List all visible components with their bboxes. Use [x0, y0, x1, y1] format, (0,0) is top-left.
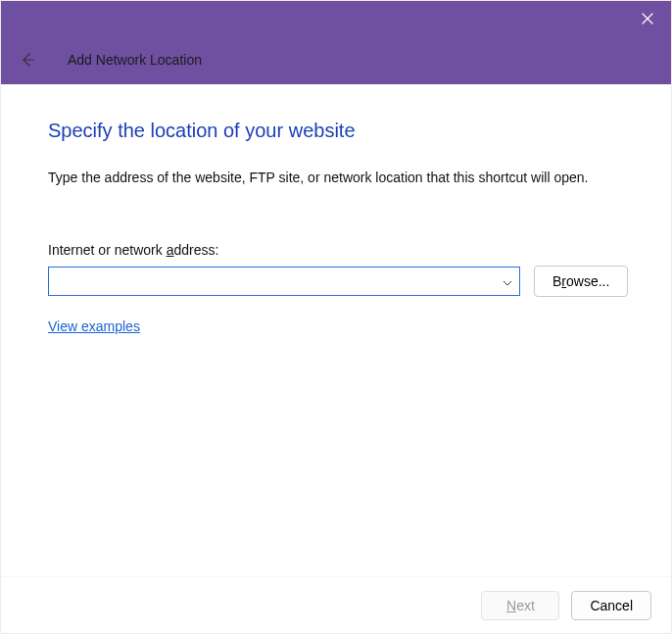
- view-examples-link[interactable]: View examples: [48, 318, 140, 334]
- wizard-footer: Next Cancel: [1, 576, 671, 633]
- instruction-text: Type the address of the website, FTP sit…: [48, 170, 624, 185]
- address-label: Internet or network address:: [48, 242, 624, 258]
- wizard-title: Add Network Location: [68, 52, 202, 68]
- address-combobox[interactable]: [48, 267, 520, 296]
- address-input[interactable]: [48, 267, 520, 296]
- address-row: Browse...: [48, 266, 624, 297]
- cancel-button[interactable]: Cancel: [571, 591, 651, 620]
- back-icon[interactable]: [19, 51, 36, 69]
- next-button: Next: [481, 591, 559, 620]
- browse-button[interactable]: Browse...: [534, 266, 628, 297]
- wizard-content: Specify the location of your website Typ…: [1, 84, 671, 576]
- close-icon[interactable]: [640, 11, 655, 26]
- page-heading: Specify the location of your website: [48, 120, 624, 142]
- title-bar: [1, 1, 671, 35]
- wizard-header: Add Network Location: [1, 35, 671, 84]
